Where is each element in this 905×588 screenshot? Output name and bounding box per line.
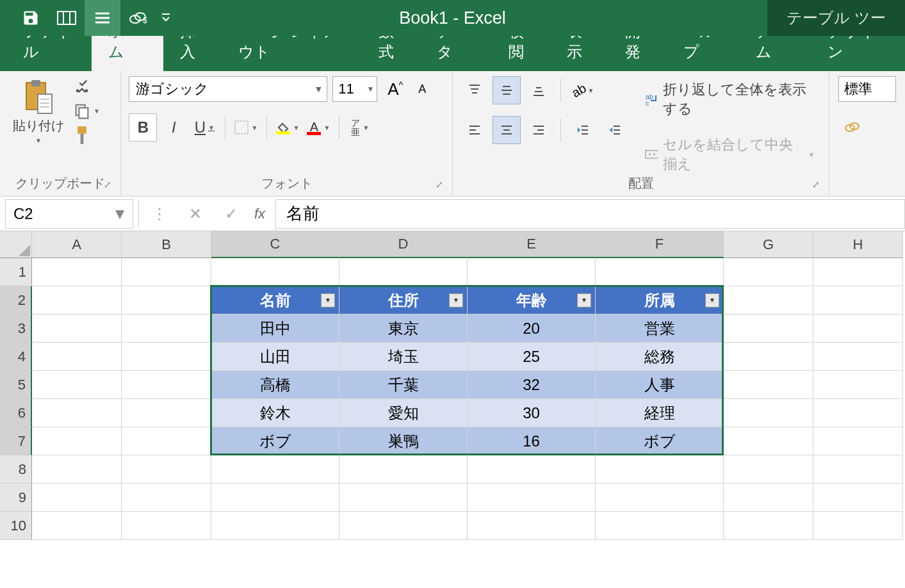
row-header-9[interactable]: 9: [0, 484, 32, 512]
cell-B2[interactable]: [122, 286, 211, 314]
select-all-corner[interactable]: [0, 231, 32, 258]
cell-F9[interactable]: [596, 484, 724, 512]
phonetic-button[interactable]: ア亜▼: [346, 113, 374, 142]
row-header-3[interactable]: 3: [0, 314, 32, 343]
cell-G10[interactable]: [724, 512, 813, 540]
cell-H7[interactable]: [813, 427, 903, 455]
decrease-font-button[interactable]: A: [413, 80, 431, 99]
filter-button-住所[interactable]: ▼: [449, 293, 463, 307]
formula-input[interactable]: 名前: [275, 199, 905, 229]
cell-A5[interactable]: [32, 371, 122, 399]
cell-C7[interactable]: ボブ: [211, 427, 339, 455]
cell-B4[interactable]: [122, 343, 211, 371]
cell-C10[interactable]: [211, 512, 339, 540]
format-painter-button[interactable]: [73, 125, 100, 145]
row-header-7[interactable]: 7: [0, 427, 32, 455]
column-header-B[interactable]: B: [122, 231, 211, 258]
font-color-button[interactable]: A▼: [304, 113, 332, 142]
cell-G6[interactable]: [724, 399, 813, 427]
cell-C1[interactable]: [211, 258, 339, 286]
cell-D7[interactable]: 巣鴨: [339, 427, 468, 455]
wrap-text-button[interactable]: abc折り返して全体を表示する: [638, 76, 821, 122]
cell-H1[interactable]: [813, 258, 903, 286]
cell-F6[interactable]: 経理: [596, 399, 724, 427]
qat-button-4[interactable]: $: [120, 0, 156, 36]
alignment-launcher[interactable]: ⤢: [812, 179, 824, 191]
cell-E6[interactable]: 30: [468, 399, 596, 427]
align-right-button[interactable]: [525, 116, 553, 144]
cell-G1[interactable]: [724, 258, 813, 286]
enter-formula-button[interactable]: ✓: [213, 199, 249, 229]
underline-button[interactable]: U▼: [190, 113, 218, 142]
orientation-button[interactable]: ab▼: [569, 76, 597, 104]
font-name-combo[interactable]: 游ゴシック▼: [129, 76, 327, 102]
qat-button-3[interactable]: [85, 0, 120, 36]
cell-D3[interactable]: 東京: [339, 314, 468, 343]
cell-B5[interactable]: [122, 371, 211, 399]
filter-button-名前[interactable]: ▼: [321, 293, 335, 307]
cell-E8[interactable]: [468, 455, 596, 484]
cell-C5[interactable]: 高橋: [211, 371, 339, 399]
row-header-10[interactable]: 10: [0, 512, 32, 540]
cell-D1[interactable]: [339, 258, 468, 286]
cell-E7[interactable]: 16: [468, 427, 596, 455]
cell-F1[interactable]: [596, 258, 724, 286]
cell-F3[interactable]: 営業: [596, 314, 724, 343]
cut-button[interactable]: [73, 79, 100, 97]
cell-E10[interactable]: [468, 512, 596, 540]
align-bottom-button[interactable]: [525, 76, 553, 104]
column-header-E[interactable]: E: [468, 231, 596, 258]
cell-E3[interactable]: 20: [468, 314, 596, 343]
cell-H9[interactable]: [813, 484, 903, 512]
cell-C9[interactable]: [211, 484, 339, 512]
cell-C2[interactable]: 名前▼: [211, 286, 339, 314]
cell-C6[interactable]: 鈴木: [211, 399, 339, 427]
increase-font-button[interactable]: A^: [382, 77, 408, 102]
cell-B9[interactable]: [122, 484, 211, 512]
cell-G2[interactable]: [724, 286, 813, 314]
column-header-F[interactable]: F: [596, 231, 724, 258]
cell-H8[interactable]: [813, 455, 903, 484]
cell-E5[interactable]: 32: [468, 371, 596, 399]
borders-button[interactable]: ▼: [232, 113, 260, 142]
font-launcher[interactable]: ⤢: [436, 179, 447, 191]
qat-button-2[interactable]: [49, 0, 85, 36]
cell-D6[interactable]: 愛知: [339, 399, 468, 427]
cell-G5[interactable]: [724, 371, 813, 399]
cell-F7[interactable]: ボブ: [596, 427, 724, 455]
cell-B3[interactable]: [122, 314, 211, 343]
row-header-6[interactable]: 6: [0, 399, 32, 427]
cell-A2[interactable]: [32, 286, 122, 314]
accounting-format-button[interactable]: [838, 113, 867, 142]
cell-G4[interactable]: [724, 343, 813, 371]
cell-C8[interactable]: [211, 455, 339, 484]
bold-button[interactable]: B: [129, 113, 157, 142]
cell-B10[interactable]: [122, 512, 211, 540]
cell-F4[interactable]: 総務: [596, 343, 724, 371]
cell-H6[interactable]: [813, 399, 903, 427]
cell-A3[interactable]: [32, 314, 122, 343]
cells-area[interactable]: 名前▼住所▼年齢▼所属▼田中東京20営業山田埼玉25総務高橋千葉32人事鈴木愛知…: [32, 258, 903, 540]
cell-C3[interactable]: 田中: [211, 314, 339, 343]
cell-G7[interactable]: [724, 427, 813, 455]
italic-button[interactable]: I: [159, 113, 188, 142]
cell-F8[interactable]: [596, 455, 724, 484]
filter-button-年齢[interactable]: ▼: [577, 293, 591, 307]
align-middle-button[interactable]: [493, 76, 521, 104]
row-header-5[interactable]: 5: [0, 371, 32, 399]
column-header-C[interactable]: C: [211, 231, 339, 258]
cell-G9[interactable]: [724, 484, 813, 512]
cell-F2[interactable]: 所属▼: [596, 286, 724, 314]
cell-D9[interactable]: [339, 484, 468, 512]
decrease-indent-button[interactable]: [569, 116, 597, 144]
cell-A6[interactable]: [32, 399, 122, 427]
save-button[interactable]: [13, 0, 49, 36]
number-format-combo[interactable]: 標準: [838, 76, 896, 102]
font-size-combo[interactable]: 11▼: [332, 76, 377, 102]
row-header-8[interactable]: 8: [0, 455, 32, 484]
cell-B1[interactable]: [122, 258, 211, 286]
cell-A9[interactable]: [32, 484, 122, 512]
cancel-formula-button[interactable]: ✕: [177, 199, 213, 229]
row-header-2[interactable]: 2: [0, 286, 32, 314]
paste-button[interactable]: 貼り付け ▼: [8, 76, 69, 147]
